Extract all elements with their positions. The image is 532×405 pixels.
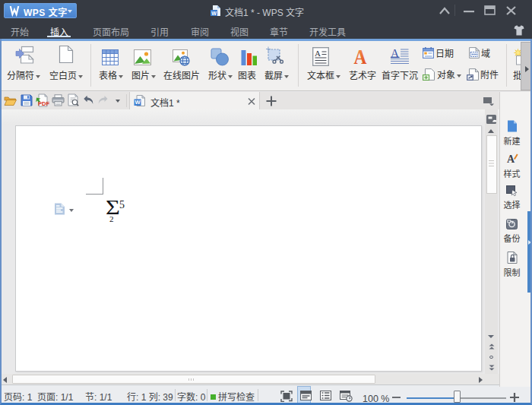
- svg-text:A: A: [354, 46, 367, 66]
- svg-text:A: A: [506, 153, 515, 165]
- svg-text:W: W: [135, 99, 141, 106]
- svg-text:A: A: [315, 49, 321, 58]
- svg-text:W: W: [211, 9, 217, 17]
- svg-text:PDF: PDF: [38, 100, 49, 107]
